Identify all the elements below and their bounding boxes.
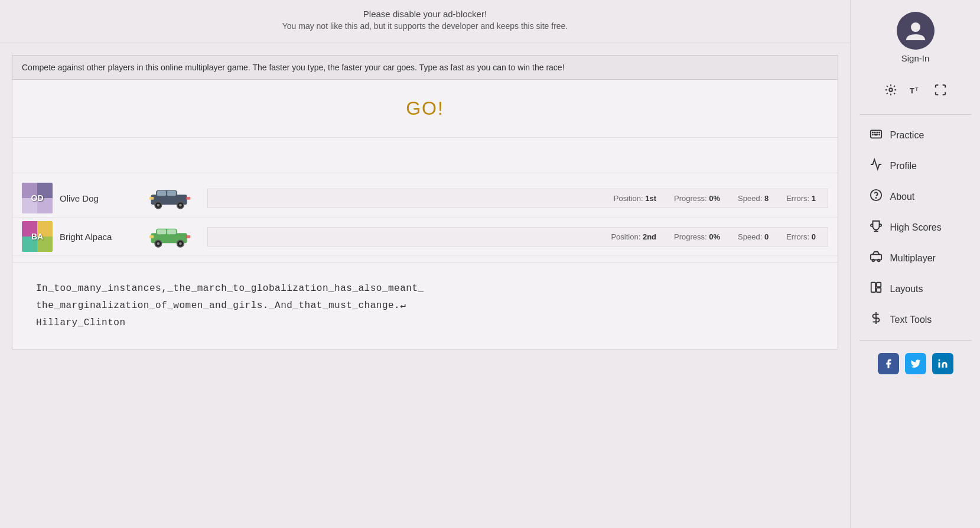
stat-speed-1: Speed: 8 [738, 194, 769, 203]
avatar-ba: BA [22, 221, 53, 252]
svg-rect-18 [149, 235, 154, 238]
go-text: GO! [30, 98, 820, 119]
go-section: GO! [12, 80, 838, 138]
svg-point-44 [938, 359, 940, 361]
player-stats-2: Position: 2nd Progress: 0% Speed: 0 [207, 227, 828, 247]
players-area: OD Olive Dog [12, 173, 838, 262]
svg-rect-8 [149, 197, 154, 200]
nav-multiplayer-label: Multiplayer [890, 253, 936, 264]
progress-track [12, 138, 838, 173]
linkedin-button[interactable] [932, 353, 953, 374]
keyboard-icon [869, 127, 883, 143]
stat-position-1: Position: 1st [614, 194, 656, 203]
stat-errors-1: Errors: 1 [786, 194, 816, 203]
svg-point-15 [157, 242, 160, 245]
avatar-od: OD [22, 183, 53, 213]
divider-bottom [859, 340, 972, 341]
car-2 [148, 222, 196, 251]
svg-point-7 [179, 203, 182, 206]
svg-point-20 [911, 22, 920, 32]
game-container: Compete against other players in this on… [0, 43, 850, 528]
svg-rect-19 [186, 235, 191, 238]
tool-icons-row: T T [882, 81, 949, 102]
multiplayer-car-icon [869, 250, 883, 266]
nav-high-scores-label: High Scores [890, 222, 942, 233]
stat-position-2: Position: 2nd [611, 232, 656, 241]
svg-point-17 [179, 242, 182, 245]
twitter-button[interactable] [905, 353, 926, 374]
car-1 [148, 184, 196, 213]
nav-text-tools[interactable]: Text Tools [859, 306, 972, 333]
ad-title: Please disable your ad-blocker! [12, 9, 838, 19]
trophy-icon [869, 219, 883, 235]
svg-point-5 [157, 203, 160, 206]
nav-multiplayer[interactable]: Multiplayer [859, 244, 972, 272]
description-bar: Compete against other players in this on… [12, 55, 838, 80]
divider [859, 114, 972, 115]
nav-practice[interactable]: Practice [859, 121, 972, 149]
typing-area: In_too_many_instances,_the_march_to_glob… [12, 262, 838, 349]
stat-progress-1: Progress: 0% [674, 194, 720, 203]
settings-icon-button[interactable] [882, 81, 900, 102]
font-size-icon-button[interactable]: T T [907, 81, 924, 102]
nav-profile-label: Profile [890, 161, 917, 171]
nav-text-tools-label: Text Tools [890, 315, 932, 325]
layout-icon [869, 281, 883, 297]
stat-errors-2: Errors: 0 [786, 232, 816, 241]
person-icon [904, 19, 927, 43]
nav-layouts-label: Layouts [890, 284, 923, 294]
player-stats-1: Position: 1st Progress: 0% Speed: 8 [207, 189, 828, 208]
svg-rect-13 [167, 229, 176, 234]
user-avatar-icon [897, 12, 935, 50]
nav-practice-label: Practice [890, 130, 924, 141]
svg-text:T: T [915, 86, 919, 92]
fullscreen-icon-button[interactable] [932, 81, 949, 102]
sidebar: Sign-In T T [850, 0, 980, 528]
svg-point-21 [889, 88, 893, 92]
svg-rect-41 [876, 288, 880, 292]
svg-rect-12 [157, 229, 166, 234]
race-area: GO! OD Olive Dog [12, 80, 838, 349]
dollar-icon [869, 312, 883, 328]
facebook-button[interactable] [878, 353, 899, 374]
sign-in-label: Sign-In [901, 53, 930, 63]
table-row: OD Olive Dog [12, 179, 838, 218]
ad-subtitle: You may not like this ad, but it support… [12, 21, 838, 31]
player-name-2: Bright Alpaca [60, 232, 142, 242]
svg-point-38 [877, 260, 880, 262]
svg-rect-3 [167, 190, 176, 195]
table-row: BA Bright Alpaca [12, 218, 838, 256]
svg-rect-36 [870, 254, 881, 260]
typing-line-1: In_too_many_instances,_the_march_to_glob… [36, 280, 814, 297]
ad-banner: Please disable your ad-blocker! You may … [0, 0, 850, 43]
question-icon [869, 189, 883, 205]
typing-line-3: Hillary_Clinton [36, 315, 814, 332]
player-name-1: Olive Dog [60, 193, 142, 203]
svg-rect-39 [871, 283, 875, 293]
stat-speed-2: Speed: 0 [738, 232, 769, 241]
stat-progress-2: Progress: 0% [674, 232, 720, 241]
nav-profile[interactable]: Profile [859, 152, 972, 180]
svg-point-37 [872, 260, 874, 262]
chart-icon [869, 158, 883, 174]
nav-layouts[interactable]: Layouts [859, 275, 972, 303]
nav-about[interactable]: About [859, 183, 972, 210]
typing-line-2: the_marginalization_of_women_and_girls._… [36, 297, 814, 315]
svg-text:T: T [909, 86, 914, 95]
nav-high-scores[interactable]: High Scores [859, 213, 972, 241]
svg-rect-43 [938, 362, 940, 368]
svg-rect-9 [186, 197, 191, 200]
svg-rect-2 [157, 190, 166, 195]
social-icons [878, 353, 953, 374]
svg-rect-40 [876, 283, 880, 287]
nav-about-label: About [890, 192, 915, 202]
sign-in-section[interactable]: Sign-In [897, 12, 935, 63]
